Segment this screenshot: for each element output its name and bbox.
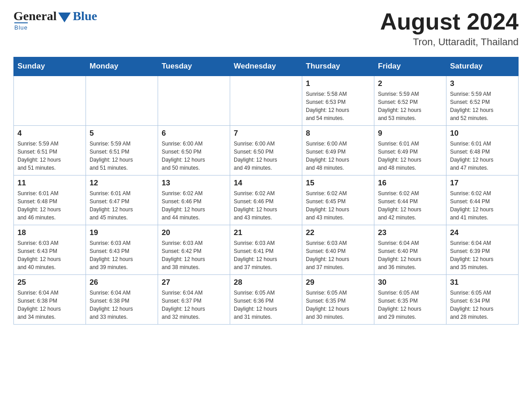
day-number: 18 xyxy=(17,228,82,237)
day-number: 14 xyxy=(234,179,298,188)
calendar-cell: 14Sunrise: 6:02 AM Sunset: 6:46 PM Dayli… xyxy=(230,176,302,225)
calendar-cell: 5Sunrise: 5:59 AM Sunset: 6:51 PM Daylig… xyxy=(86,126,158,176)
week-row-2: 4Sunrise: 5:59 AM Sunset: 6:51 PM Daylig… xyxy=(14,126,519,176)
day-info: Sunrise: 6:02 AM Sunset: 6:45 PM Dayligh… xyxy=(306,189,370,222)
calendar-cell: 1Sunrise: 5:58 AM Sunset: 6:53 PM Daylig… xyxy=(302,76,374,126)
day-number: 15 xyxy=(306,179,370,188)
header-row: SundayMondayTuesdayWednesdayThursdayFrid… xyxy=(14,57,519,76)
day-info: Sunrise: 6:00 AM Sunset: 6:50 PM Dayligh… xyxy=(162,140,226,172)
day-info: Sunrise: 6:03 AM Sunset: 6:41 PM Dayligh… xyxy=(234,239,298,271)
day-info: Sunrise: 6:02 AM Sunset: 6:44 PM Dayligh… xyxy=(450,189,515,222)
header-cell-friday: Friday xyxy=(374,57,446,76)
day-number: 25 xyxy=(17,278,82,287)
calendar-cell: 22Sunrise: 6:03 AM Sunset: 6:40 PM Dayli… xyxy=(302,225,374,275)
title-area: August 2024 Tron, Uttaradit, Thailand xyxy=(380,9,519,48)
location-subtitle: Tron, Uttaradit, Thailand xyxy=(380,36,519,48)
day-number: 13 xyxy=(162,179,226,188)
calendar-cell: 13Sunrise: 6:02 AM Sunset: 6:46 PM Dayli… xyxy=(158,176,230,225)
calendar-cell: 18Sunrise: 6:03 AM Sunset: 6:43 PM Dayli… xyxy=(14,225,86,275)
logo-underline: Blue xyxy=(14,22,28,31)
calendar-cell: 8Sunrise: 6:00 AM Sunset: 6:49 PM Daylig… xyxy=(302,126,374,176)
day-info: Sunrise: 6:01 AM Sunset: 6:48 PM Dayligh… xyxy=(450,140,515,172)
day-info: Sunrise: 6:05 AM Sunset: 6:35 PM Dayligh… xyxy=(306,289,370,321)
calendar-cell: 28Sunrise: 6:05 AM Sunset: 6:36 PM Dayli… xyxy=(230,275,302,325)
day-info: Sunrise: 5:59 AM Sunset: 6:52 PM Dayligh… xyxy=(450,90,515,122)
calendar-cell: 21Sunrise: 6:03 AM Sunset: 6:41 PM Dayli… xyxy=(230,225,302,275)
day-info: Sunrise: 6:04 AM Sunset: 6:38 PM Dayligh… xyxy=(90,289,154,321)
day-number: 20 xyxy=(162,228,226,237)
header-cell-saturday: Saturday xyxy=(446,57,519,76)
logo-triangle-icon xyxy=(58,13,71,22)
week-row-1: 1Sunrise: 5:58 AM Sunset: 6:53 PM Daylig… xyxy=(14,76,519,126)
day-info: Sunrise: 6:05 AM Sunset: 6:35 PM Dayligh… xyxy=(378,289,442,321)
day-number: 11 xyxy=(17,179,82,188)
header-cell-monday: Monday xyxy=(86,57,158,76)
calendar-cell: 9Sunrise: 6:01 AM Sunset: 6:49 PM Daylig… xyxy=(374,126,446,176)
day-info: Sunrise: 6:01 AM Sunset: 6:49 PM Dayligh… xyxy=(378,140,442,172)
day-number: 17 xyxy=(450,179,515,188)
calendar-cell: 31Sunrise: 6:05 AM Sunset: 6:34 PM Dayli… xyxy=(446,275,519,325)
calendar-cell: 20Sunrise: 6:03 AM Sunset: 6:42 PM Dayli… xyxy=(158,225,230,275)
day-info: Sunrise: 5:59 AM Sunset: 6:51 PM Dayligh… xyxy=(17,140,82,172)
day-info: Sunrise: 6:01 AM Sunset: 6:48 PM Dayligh… xyxy=(17,189,82,222)
week-row-3: 11Sunrise: 6:01 AM Sunset: 6:48 PM Dayli… xyxy=(14,176,519,225)
day-number: 28 xyxy=(234,278,298,287)
day-number: 3 xyxy=(450,79,515,88)
calendar-cell: 3Sunrise: 5:59 AM Sunset: 6:52 PM Daylig… xyxy=(446,76,519,126)
calendar-header: SundayMondayTuesdayWednesdayThursdayFrid… xyxy=(14,57,519,76)
day-info: Sunrise: 6:05 AM Sunset: 6:34 PM Dayligh… xyxy=(450,289,515,321)
calendar-cell: 27Sunrise: 6:04 AM Sunset: 6:37 PM Dayli… xyxy=(158,275,230,325)
day-info: Sunrise: 6:02 AM Sunset: 6:44 PM Dayligh… xyxy=(378,189,442,222)
calendar-cell: 19Sunrise: 6:03 AM Sunset: 6:43 PM Dayli… xyxy=(86,225,158,275)
day-info: Sunrise: 6:04 AM Sunset: 6:39 PM Dayligh… xyxy=(450,239,515,271)
day-number: 12 xyxy=(90,179,154,188)
calendar-cell xyxy=(158,76,230,126)
day-number: 21 xyxy=(234,228,298,237)
day-number: 9 xyxy=(378,129,442,138)
month-year-title: August 2024 xyxy=(380,9,519,34)
logo-general-text: General xyxy=(13,9,56,23)
header-cell-tuesday: Tuesday xyxy=(158,57,230,76)
calendar-cell: 30Sunrise: 6:05 AM Sunset: 6:35 PM Dayli… xyxy=(374,275,446,325)
header-cell-thursday: Thursday xyxy=(302,57,374,76)
day-info: Sunrise: 5:59 AM Sunset: 6:52 PM Dayligh… xyxy=(378,90,442,122)
calendar-cell: 10Sunrise: 6:01 AM Sunset: 6:48 PM Dayli… xyxy=(446,126,519,176)
calendar-cell: 17Sunrise: 6:02 AM Sunset: 6:44 PM Dayli… xyxy=(446,176,519,225)
day-info: Sunrise: 6:03 AM Sunset: 6:42 PM Dayligh… xyxy=(162,239,226,271)
calendar-cell: 4Sunrise: 5:59 AM Sunset: 6:51 PM Daylig… xyxy=(14,126,86,176)
week-row-4: 18Sunrise: 6:03 AM Sunset: 6:43 PM Dayli… xyxy=(14,225,519,275)
day-number: 19 xyxy=(90,228,154,237)
calendar-cell: 6Sunrise: 6:00 AM Sunset: 6:50 PM Daylig… xyxy=(158,126,230,176)
calendar-cell: 24Sunrise: 6:04 AM Sunset: 6:39 PM Dayli… xyxy=(446,225,519,275)
calendar-cell: 29Sunrise: 6:05 AM Sunset: 6:35 PM Dayli… xyxy=(302,275,374,325)
day-number: 6 xyxy=(162,129,226,138)
day-number: 2 xyxy=(378,79,442,88)
logo: General Blue Blue xyxy=(13,9,97,31)
header-cell-wednesday: Wednesday xyxy=(230,57,302,76)
day-info: Sunrise: 5:58 AM Sunset: 6:53 PM Dayligh… xyxy=(306,90,370,122)
calendar-cell: 16Sunrise: 6:02 AM Sunset: 6:44 PM Dayli… xyxy=(374,176,446,225)
calendar-cell xyxy=(86,76,158,126)
day-info: Sunrise: 6:00 AM Sunset: 6:49 PM Dayligh… xyxy=(306,140,370,172)
day-number: 16 xyxy=(378,179,442,188)
day-info: Sunrise: 6:02 AM Sunset: 6:46 PM Dayligh… xyxy=(162,189,226,222)
day-info: Sunrise: 6:04 AM Sunset: 6:37 PM Dayligh… xyxy=(162,289,226,321)
day-number: 27 xyxy=(162,278,226,287)
calendar-cell: 25Sunrise: 6:04 AM Sunset: 6:38 PM Dayli… xyxy=(14,275,86,325)
day-info: Sunrise: 6:04 AM Sunset: 6:38 PM Dayligh… xyxy=(17,289,82,321)
calendar-cell: 26Sunrise: 6:04 AM Sunset: 6:38 PM Dayli… xyxy=(86,275,158,325)
header: General Blue Blue August 2024 Tron, Utta… xyxy=(13,9,519,48)
day-number: 22 xyxy=(306,228,370,237)
day-info: Sunrise: 6:03 AM Sunset: 6:43 PM Dayligh… xyxy=(17,239,82,271)
calendar-table: SundayMondayTuesdayWednesdayThursdayFrid… xyxy=(13,57,519,325)
day-number: 5 xyxy=(90,129,154,138)
calendar-cell xyxy=(14,76,86,126)
day-number: 7 xyxy=(234,129,298,138)
header-cell-sunday: Sunday xyxy=(14,57,86,76)
week-row-5: 25Sunrise: 6:04 AM Sunset: 6:38 PM Dayli… xyxy=(14,275,519,325)
day-info: Sunrise: 6:01 AM Sunset: 6:47 PM Dayligh… xyxy=(90,189,154,222)
calendar-body: 1Sunrise: 5:58 AM Sunset: 6:53 PM Daylig… xyxy=(14,76,519,325)
calendar-cell xyxy=(230,76,302,126)
day-number: 26 xyxy=(90,278,154,287)
day-number: 31 xyxy=(450,278,515,287)
